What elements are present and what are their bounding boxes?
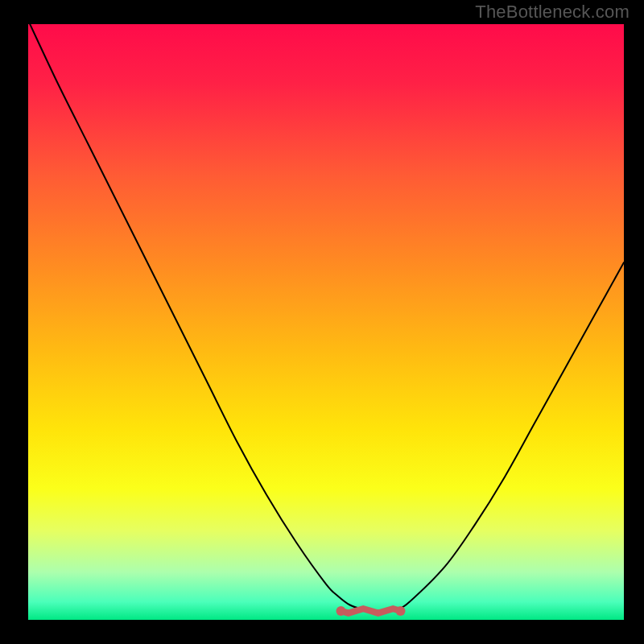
plot-background bbox=[28, 24, 624, 620]
watermark-text: TheBottleneck.com bbox=[475, 2, 630, 23]
bottleneck-chart bbox=[0, 0, 644, 644]
chart-frame: { "watermark": "TheBottleneck.com", "cha… bbox=[0, 0, 644, 644]
zero-band-endpoint-right bbox=[396, 606, 406, 616]
zero-band-endpoint-left bbox=[336, 606, 346, 616]
